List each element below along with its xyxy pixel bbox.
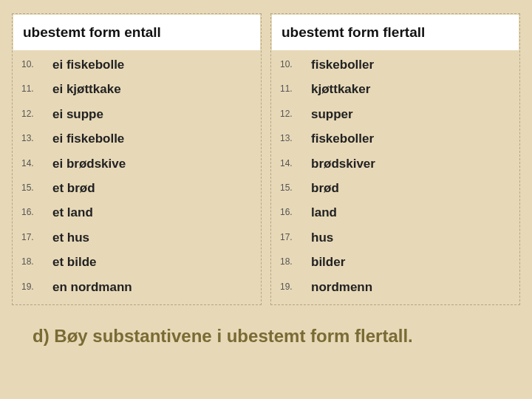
column-left-list: 10.ei fiskebolle 11.ei kjøttkake 12.ei s… bbox=[14, 58, 259, 295]
item-number: 15. bbox=[21, 183, 45, 193]
item-text: land bbox=[311, 205, 337, 219]
list-item: 12.supper bbox=[311, 107, 518, 122]
list-item: 17.hus bbox=[311, 231, 518, 245]
item-text: kjøttkaker bbox=[311, 82, 370, 96]
columns: ubestemt form entall 10.ei fiskebolle 11… bbox=[12, 13, 520, 305]
list-item: 15.brød bbox=[311, 181, 518, 196]
list-item: 13.fiskeboller bbox=[311, 132, 518, 146]
list-item: 10.ei fiskebolle bbox=[52, 58, 259, 72]
list-item: 19.en nordmann bbox=[52, 280, 259, 295]
item-text: et land bbox=[52, 205, 93, 219]
list-item: 16.et land bbox=[52, 205, 259, 220]
item-text: supper bbox=[311, 107, 353, 121]
list-item: 12.ei suppe bbox=[52, 107, 259, 122]
item-text: brød bbox=[311, 181, 339, 195]
item-text: ei kjøttkake bbox=[52, 82, 121, 96]
list-item: 11.kjøttkaker bbox=[311, 82, 518, 97]
item-number: 18. bbox=[280, 256, 304, 267]
item-text: et brød bbox=[52, 181, 95, 195]
item-number: 18. bbox=[21, 256, 45, 267]
item-number: 14. bbox=[21, 158, 45, 168]
slide: ubestemt form entall 10.ei fiskebolle 11… bbox=[0, 0, 532, 399]
list-item: 14.brødskiver bbox=[311, 157, 518, 171]
list-item: 19.nordmenn bbox=[311, 280, 518, 295]
item-number: 19. bbox=[280, 282, 304, 292]
column-right-header: ubestemt form flertall bbox=[272, 15, 519, 50]
item-text: et bilde bbox=[52, 255, 97, 269]
item-text: ei brødskive bbox=[52, 157, 126, 171]
item-number: 10. bbox=[280, 59, 304, 69]
item-number: 19. bbox=[21, 282, 45, 292]
item-text: ei fiskebolle bbox=[52, 132, 124, 146]
footer-instruction: d) Bøy substantivene i ubestemt form fle… bbox=[12, 326, 520, 347]
item-number: 15. bbox=[280, 183, 304, 193]
item-text: bilder bbox=[311, 255, 345, 269]
list-item: 18.et bilde bbox=[52, 255, 259, 270]
item-number: 16. bbox=[21, 207, 45, 217]
item-number: 12. bbox=[21, 109, 45, 119]
list-item: 10.fiskeboller bbox=[311, 58, 518, 72]
item-number: 17. bbox=[280, 232, 304, 242]
item-text: brødskiver bbox=[311, 157, 375, 171]
list-item: 15.et brød bbox=[52, 181, 259, 196]
item-number: 13. bbox=[21, 133, 45, 143]
item-number: 16. bbox=[280, 207, 304, 217]
list-item: 11.ei kjøttkake bbox=[52, 82, 259, 97]
column-left: ubestemt form entall 10.ei fiskebolle 11… bbox=[12, 13, 262, 305]
item-number: 14. bbox=[280, 158, 304, 168]
item-text: nordmenn bbox=[311, 280, 372, 294]
item-text: hus bbox=[311, 231, 333, 245]
item-text: en nordmann bbox=[52, 280, 132, 294]
item-number: 11. bbox=[280, 83, 304, 94]
list-item: 18.bilder bbox=[311, 255, 518, 270]
item-number: 11. bbox=[21, 83, 45, 94]
list-item: 13.ei fiskebolle bbox=[52, 132, 259, 146]
list-item: 14.ei brødskive bbox=[52, 157, 259, 171]
column-left-header: ubestemt form entall bbox=[13, 15, 260, 50]
column-right: ubestemt form flertall 10.fiskeboller 11… bbox=[270, 13, 520, 305]
item-number: 17. bbox=[21, 232, 45, 242]
item-number: 12. bbox=[280, 109, 304, 119]
item-number: 10. bbox=[21, 59, 45, 69]
item-number: 13. bbox=[280, 133, 304, 143]
item-text: ei fiskebolle bbox=[52, 58, 124, 72]
item-text: fiskeboller bbox=[311, 132, 374, 146]
list-item: 17.et hus bbox=[52, 231, 259, 245]
item-text: et hus bbox=[52, 231, 89, 245]
column-right-list: 10.fiskeboller 11.kjøttkaker 12.supper 1… bbox=[273, 58, 518, 295]
list-item: 16.land bbox=[311, 205, 518, 220]
item-text: fiskeboller bbox=[311, 58, 374, 72]
item-text: ei suppe bbox=[52, 107, 103, 121]
